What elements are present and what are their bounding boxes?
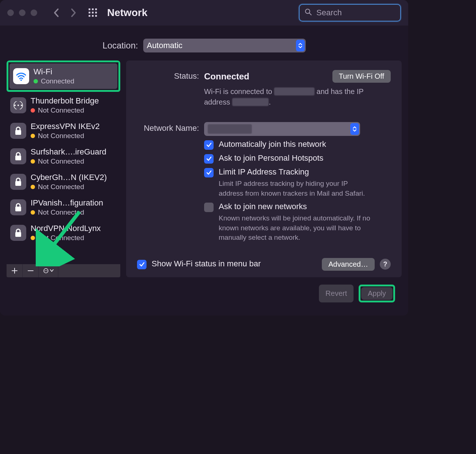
service-item-ipvanish[interactable]: IPVanish…figuration Not Connected [7,195,120,220]
service-name: Thunderbolt Bridge [31,96,99,106]
location-value: Automatic [147,41,183,50]
checkbox-checked-icon [137,260,147,269]
location-row: Location: Automatic [7,33,402,60]
limit-ip-checkbox-row[interactable]: Limit IP Address Tracking Limit IP addre… [204,167,391,198]
apply-button[interactable]: Apply [361,287,393,300]
svg-rect-7 [92,15,94,17]
lock-icon [10,174,26,190]
svg-rect-2 [95,8,97,10]
service-status: Not Connected [38,132,84,140]
service-detail-pane: Status: Connected Turn Wi-Fi Off Wi-Fi i… [126,60,402,277]
svg-point-14 [21,105,22,106]
service-item-expressvpn[interactable]: ExpressVPN IKEv2 Not Connected [7,118,120,144]
svg-rect-16 [15,156,21,160]
checkbox-unchecked-icon [204,203,214,212]
svg-point-13 [17,105,19,106]
lock-icon [10,199,26,215]
show-all-button[interactable] [88,8,98,17]
checkbox-label: Ask to join Personal Hotspots [219,153,323,163]
show-menubar-checkbox-row[interactable]: Show Wi-Fi status in menu bar [137,259,261,269]
footer: Revert Apply [7,277,402,310]
service-name: ExpressVPN IKEv2 [31,122,100,131]
service-item-thunderbolt[interactable]: Thunderbolt Bridge Not Connected [7,93,120,118]
help-button[interactable]: ? [380,259,391,270]
titlebar: Network [0,0,408,26]
turn-wifi-off-button[interactable]: Turn Wi-Fi Off [332,70,391,83]
service-name: Wi-Fi [34,67,74,77]
wifi-icon [13,68,29,84]
service-item-cyberghost[interactable]: CyberGh…N (IKEV2) Not Connected [7,169,120,195]
service-item-wifi[interactable]: Wi-Fi Connected [9,63,117,89]
svg-rect-18 [15,207,21,211]
svg-point-11 [20,79,22,81]
checkbox-checked-icon [204,154,214,164]
svg-rect-19 [15,232,21,237]
status-dot-icon [31,108,35,113]
svg-point-12 [14,105,16,106]
checkbox-label: Ask to join new networks [219,202,372,211]
svg-rect-15 [15,130,21,135]
checkbox-description: Known networks will be joined automatica… [219,214,372,243]
remove-service-button[interactable] [23,264,39,277]
svg-rect-17 [15,181,21,186]
service-status: Connected [41,77,74,85]
service-item-nordvpn[interactable]: NordVPN NordLynx Not Connected [7,220,120,246]
location-select[interactable]: Automatic [143,39,306,52]
back-button[interactable] [52,8,61,17]
checkbox-label: Automatically join this network [219,140,326,149]
service-name: CyberGh…N (IKEV2) [31,173,107,182]
window-title: Network [107,7,147,19]
services-list: Wi-Fi Connected Thunderbolt Bridge Not C… [7,60,120,264]
revert-button[interactable]: Revert [319,285,354,302]
add-service-button[interactable] [7,264,23,277]
lock-icon [10,123,26,139]
svg-line-10 [309,13,311,15]
auto-join-checkbox-row[interactable]: Automatically join this network [204,140,391,150]
svg-rect-3 [89,12,90,13]
redacted-ip: XX.X.X.XX [232,98,269,106]
advanced-button[interactable]: Advanced… [322,258,375,271]
nav-buttons [52,8,78,17]
status-dot-icon [31,236,35,240]
service-item-surfshark[interactable]: Surfshark….ireGuard Not Connected [7,144,120,169]
detail-bottom-bar: Show Wi-Fi status in menu bar Advanced… … [137,251,391,271]
service-actions-button[interactable] [39,264,58,277]
svg-rect-5 [95,12,97,13]
svg-rect-8 [95,15,97,17]
status-dot-icon [31,185,35,189]
ask-new-networks-checkbox-row[interactable]: Ask to join new networks Known networks … [204,202,391,243]
service-status: Not Connected [38,157,84,165]
network-name-select[interactable]: XXXXXXXX [204,122,360,136]
minimize-window-button[interactable] [19,9,26,16]
checkbox-checked-icon [204,140,214,150]
location-label: Location: [102,40,138,51]
annotation-highlight-wifi: Wi-Fi Connected [7,60,120,92]
select-stepper-icon [350,123,359,135]
lock-icon [10,225,26,241]
checkbox-label: Show Wi-Fi status in menu bar [152,259,261,269]
service-status: Not Connected [38,183,84,191]
svg-rect-4 [92,12,94,13]
network-preferences-window: Network Location: Automatic [0,0,408,316]
svg-rect-0 [89,8,90,10]
redacted-ssid: XXXXXXXX [274,87,315,95]
pane-body: Location: Automatic [0,26,408,316]
select-stepper-icon [296,40,305,51]
close-window-button[interactable] [7,9,14,16]
service-status: Not Connected [38,208,84,216]
zoom-window-button[interactable] [31,9,37,16]
search-icon [305,8,312,17]
svg-point-22 [44,270,45,271]
service-name: IPVanish…figuration [31,198,103,208]
service-status: Not Connected [38,106,84,114]
redacted-network-name: XXXXXXXX [208,124,252,134]
svg-rect-1 [92,8,94,10]
forward-button[interactable] [69,8,78,17]
checkbox-label: Limit IP Address Tracking [219,167,372,177]
search-input[interactable] [316,8,408,17]
checkbox-description: Limit IP address tracking by hiding your… [219,179,372,198]
status-dot-icon [31,210,35,215]
personal-hotspot-checkbox-row[interactable]: Ask to join Personal Hotspots [204,153,391,164]
service-name: NordVPN NordLynx [31,224,101,233]
search-field[interactable] [299,4,401,21]
